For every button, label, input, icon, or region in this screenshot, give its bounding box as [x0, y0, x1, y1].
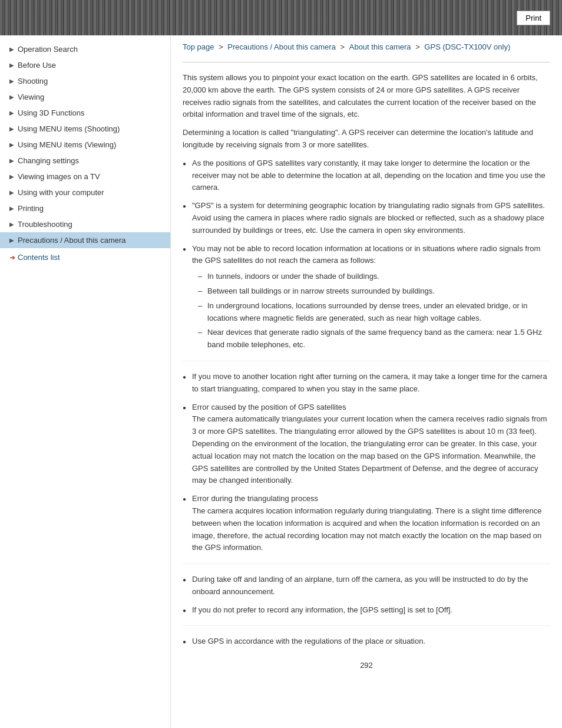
sidebar-item-label: Changing settings: [18, 156, 79, 165]
sidebar-item-label: Precautions / About this camera: [18, 236, 126, 245]
sidebar-item-computer[interactable]: ▶ Using with your computer: [0, 185, 170, 200]
list-item: Near devices that generate radio signals…: [198, 327, 550, 351]
list-item-text: In underground locations, locations surr…: [207, 301, 527, 322]
sidebar-item-shooting[interactable]: ▶ Shooting: [0, 73, 170, 89]
sidebar-item-label: Using with your computer: [18, 188, 104, 197]
list-item: Error during the triangulating processTh…: [183, 493, 550, 554]
arrow-icon: ▶: [9, 110, 14, 116]
list-item: Use GPS in accordance with the regulatio…: [183, 635, 550, 648]
breadcrumb-sep: >: [340, 42, 347, 51]
list-item: In underground locations, locations surr…: [198, 300, 550, 325]
main-layout: ▶ Operation Search ▶ Before Use ▶ Shooti…: [0, 35, 562, 728]
list-item-text: Near devices that generate radio signals…: [207, 328, 542, 349]
list-item-text: You may not be able to record location i…: [192, 244, 540, 265]
sidebar-item-troubleshooting[interactable]: ▶ Troubleshooting: [0, 216, 170, 232]
sidebar-item-viewing[interactable]: ▶ Viewing: [0, 89, 170, 105]
sidebar-item-operation-search[interactable]: ▶ Operation Search: [0, 41, 170, 57]
arrow-icon: ▶: [9, 78, 14, 84]
list-item: In tunnels, indoors or under the shade o…: [198, 271, 550, 283]
list-item: Error caused by the position of GPS sate…: [183, 401, 550, 487]
sidebar-item-precautions[interactable]: ▶ Precautions / About this camera: [0, 232, 170, 248]
list-item-text: In tunnels, indoors or under the shade o…: [207, 272, 379, 281]
sidebar-item-printing[interactable]: ▶ Printing: [0, 200, 170, 216]
list-item-text: Error during the triangulating processTh…: [192, 494, 542, 552]
list-item-text: Between tall buildings or in narrow stre…: [207, 286, 435, 295]
breadcrumb-about-camera[interactable]: About this camera: [349, 42, 411, 51]
sidebar-item-label: Operation Search: [18, 45, 78, 54]
sidebar-item-label: Viewing images on a TV: [18, 172, 100, 181]
sidebar-item-menu-shooting[interactable]: ▶ Using MENU items (Shooting): [0, 121, 170, 137]
content-body: This system allows you to pinpoint your …: [183, 72, 550, 672]
contents-list-label: Contents list: [18, 253, 60, 262]
list-item-text: As the positions of GPS satellites vary …: [192, 159, 546, 192]
list-item: As the positions of GPS satellites vary …: [183, 157, 550, 194]
arrow-icon: ▶: [9, 221, 14, 228]
triangulating-paragraph: Determining a location is called "triang…: [183, 127, 550, 151]
arrow-icon: ▶: [9, 189, 14, 196]
intro-paragraph: This system allows you to pinpoint your …: [183, 72, 550, 121]
page-title-area: [183, 56, 550, 62]
arrow-icon: ▶: [9, 94, 14, 100]
section-divider: [183, 361, 550, 361]
sidebar-item-label: Troubleshooting: [18, 220, 72, 229]
breadcrumb: Top page > Precautions / About this came…: [183, 35, 550, 56]
bullets-section1: As the positions of GPS satellites vary …: [183, 157, 550, 351]
breadcrumb-gps[interactable]: GPS (DSC-TX100V only): [424, 42, 510, 51]
bullets-section3: During take off and landing of an airpla…: [183, 574, 550, 616]
arrow-icon: ▶: [9, 62, 14, 68]
sidebar-item-label: Using MENU items (Viewing): [18, 140, 116, 149]
arrow-icon: ▶: [9, 46, 14, 52]
breadcrumb-sep: >: [219, 42, 225, 51]
sidebar-item-label: Viewing: [18, 93, 44, 101]
list-item-text: Error caused by the position of GPS sate…: [192, 403, 547, 485]
sidebar-item-viewing-tv[interactable]: ▶ Viewing images on a TV: [0, 169, 170, 185]
arrow-icon: ▶: [9, 126, 14, 132]
bullets-section2: If you move to another location right af…: [183, 371, 550, 554]
arrow-icon: ▶: [9, 173, 14, 180]
sub-list: In tunnels, indoors or under the shade o…: [198, 271, 550, 351]
page-number: 292: [183, 660, 550, 672]
sidebar-item-label: Using 3D Functions: [18, 108, 84, 117]
list-item-text: During take off and landing of an airpla…: [192, 575, 528, 596]
section-divider: [183, 564, 550, 564]
arrow-right-icon: ➜: [9, 253, 15, 262]
breadcrumb-top-page[interactable]: Top page: [183, 42, 214, 51]
list-item: Between tall buildings or in narrow stre…: [198, 285, 550, 298]
list-item-text: If you do not prefer to record any infor…: [192, 605, 452, 614]
contents-list-link[interactable]: ➜ Contents list: [0, 248, 170, 266]
list-item-text: "GPS" is a system for determining geogra…: [192, 201, 545, 235]
header-bar: Print: [0, 0, 562, 35]
sidebar-item-label: Using MENU items (Shooting): [18, 124, 120, 133]
sidebar-item-3d-functions[interactable]: ▶ Using 3D Functions: [0, 105, 170, 121]
list-item-text: If you move to another location right af…: [192, 372, 547, 393]
sidebar-item-changing-settings[interactable]: ▶ Changing settings: [0, 153, 170, 169]
content-area: Top page > Precautions / About this came…: [171, 35, 562, 728]
arrow-icon: ▶: [9, 205, 14, 212]
sidebar-item-label: Shooting: [18, 77, 48, 85]
list-item: If you move to another location right af…: [183, 371, 550, 396]
list-item: You may not be able to record location i…: [183, 243, 550, 351]
sidebar-item-menu-viewing[interactable]: ▶ Using MENU items (Viewing): [0, 137, 170, 153]
list-item-text: Use GPS in accordance with the regulatio…: [192, 637, 425, 645]
bullets-section4: Use GPS in accordance with the regulatio…: [183, 635, 550, 648]
list-item: If you do not prefer to record any infor…: [183, 604, 550, 617]
sidebar-item-label: Printing: [18, 204, 44, 213]
section-divider: [183, 625, 550, 626]
sidebar: ▶ Operation Search ▶ Before Use ▶ Shooti…: [0, 35, 171, 728]
arrow-icon: ▶: [9, 237, 14, 243]
sidebar-item-before-use[interactable]: ▶ Before Use: [0, 57, 170, 73]
breadcrumb-sep: >: [415, 42, 422, 51]
arrow-icon: ▶: [9, 157, 14, 164]
print-button[interactable]: Print: [517, 11, 550, 25]
list-item: "GPS" is a system for determining geogra…: [183, 200, 550, 236]
arrow-icon: ▶: [9, 141, 14, 148]
breadcrumb-precautions[interactable]: Precautions / About this camera: [227, 42, 336, 51]
list-item: During take off and landing of an airpla…: [183, 574, 550, 598]
sidebar-item-label: Before Use: [18, 61, 56, 70]
